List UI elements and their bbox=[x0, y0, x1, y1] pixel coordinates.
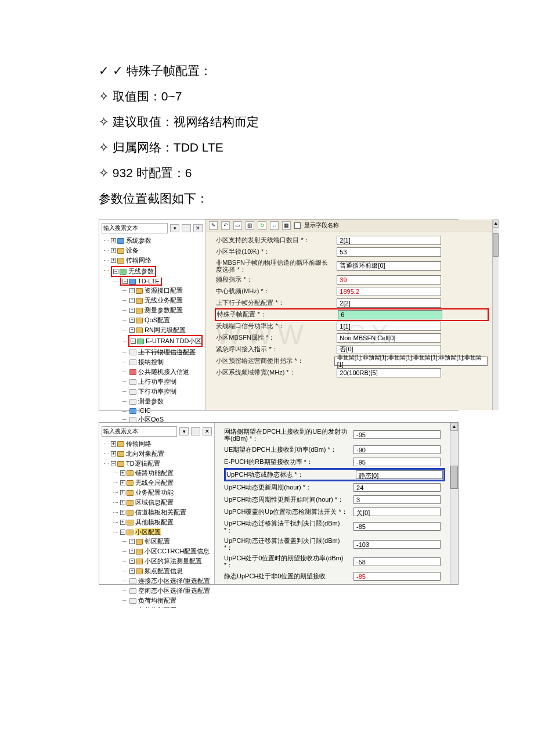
search-icon[interactable] bbox=[182, 224, 191, 232]
search-input[interactable]: 输入搜索文本 bbox=[102, 223, 168, 233]
s2-lab8: UpPCH动态迁移算法干扰判决门限(dBm) *： bbox=[224, 520, 349, 534]
val-reserve[interactable]: 非预留[1];非预留[1];非预留[1];非预留[1];非预留[1];非预留[1… bbox=[334, 357, 488, 366]
t2-freq[interactable]: 频点配置信息 bbox=[145, 567, 183, 574]
tree-wireless[interactable]: 无线参数 bbox=[128, 268, 154, 275]
t2-global[interactable]: 无线全局配置 bbox=[135, 479, 174, 486]
val-pwr[interactable]: 1[1] bbox=[337, 322, 441, 331]
s2-lab6: UpPCH动态周期性更新开始时间(hour) *： bbox=[224, 496, 349, 503]
dropdown-icon-2[interactable]: ▾ bbox=[179, 427, 189, 435]
s2-lab1: 网络侧期望在DPCH上接收到的UE的发射功率(dBm) *： bbox=[224, 428, 349, 442]
tree-panel-2: 输入搜索文本 ▾ ✕ +传输网络 +北向对象配置 −TD逻辑配置 +链路功能配置… bbox=[99, 423, 215, 584]
t2-tdlogic[interactable]: TD逻辑配置 bbox=[126, 460, 160, 467]
tb-undo-icon[interactable]: ↶ bbox=[221, 221, 230, 230]
val-ssf[interactable]: 6 bbox=[338, 310, 442, 319]
tree-meas2[interactable]: 测量参数 bbox=[138, 398, 164, 405]
doc-line-6: 参数位置截图如下： bbox=[99, 186, 459, 211]
s2-val9[interactable]: -103 bbox=[353, 540, 441, 549]
tree-service[interactable]: 无线业务配置 bbox=[145, 297, 183, 304]
t2-link[interactable]: 链路功能配置 bbox=[135, 469, 174, 476]
t2-cell[interactable]: 小区配置 bbox=[135, 528, 161, 535]
tb-find-icon[interactable]: ⌕ bbox=[270, 221, 279, 230]
s2-val7[interactable]: 关[0] bbox=[353, 507, 441, 516]
tree-rn[interactable]: RN网元级配置 bbox=[145, 326, 186, 333]
t2-algo[interactable]: 小区的算法测量配置 bbox=[145, 557, 202, 564]
s2-val5[interactable]: 24 bbox=[353, 483, 441, 492]
tb-copy-icon[interactable]: ▭ bbox=[233, 221, 242, 230]
scroll-up-icon[interactable]: ▲ bbox=[493, 219, 499, 228]
s2-lab11: 静态UpPCH处于非0位置的期望接收 bbox=[224, 572, 349, 581]
t2-other[interactable]: 其他模板配置 bbox=[135, 519, 174, 525]
tree-measure[interactable]: 测量参数配置 bbox=[145, 307, 183, 314]
s2-val11[interactable]: -85 bbox=[353, 572, 441, 581]
t2-loadctl[interactable]: 负荷控制配置 bbox=[138, 607, 176, 608]
val-emerg[interactable]: 否[0] bbox=[337, 345, 441, 354]
tree-tdlte[interactable]: TD-LTE bbox=[138, 278, 160, 285]
t2-transport[interactable]: 传输网络 bbox=[126, 440, 151, 447]
val-tx-ports[interactable]: 2[1] bbox=[337, 236, 441, 245]
val-freq[interactable]: 1895.2 bbox=[337, 287, 441, 296]
search-icon-2[interactable] bbox=[191, 427, 200, 435]
t2-svc[interactable]: 业务配置功能 bbox=[135, 489, 174, 496]
dropdown-icon[interactable]: ▾ bbox=[170, 224, 179, 232]
show-fieldname-checkbox[interactable] bbox=[294, 222, 301, 229]
tree-phy[interactable]: 上下行物理信道配置 bbox=[138, 348, 196, 355]
s2-lab3: E-PUCH的RB期望接收功率 *： bbox=[224, 458, 349, 466]
scroll-thumb-2[interactable] bbox=[450, 466, 458, 489]
t2-nbr[interactable]: 邻区配置 bbox=[145, 538, 170, 545]
doc-line-4: ✧ 归属网络：TDD LTE bbox=[99, 135, 459, 160]
scroll-up-icon-2[interactable]: ▲ bbox=[450, 423, 458, 431]
t2-area[interactable]: 区域信息配置 bbox=[135, 499, 174, 506]
clear-icon[interactable]: ✕ bbox=[193, 224, 203, 232]
form-panel: ✎ ↶ ▭ ▥ ↻ ⌕ ▦ 显示字段名称 小区支持的发射天线端口数目 *：2[1… bbox=[205, 219, 492, 410]
tree-eutran[interactable]: E-UTRAN TDD小区 bbox=[146, 337, 201, 344]
tb-grid-icon[interactable]: ▦ bbox=[282, 221, 291, 230]
tree-transport[interactable]: 传输网络 bbox=[126, 257, 151, 264]
s2-val6[interactable]: 3 bbox=[353, 495, 441, 504]
s2-val8[interactable]: -85 bbox=[353, 522, 441, 531]
tree-admit[interactable]: 接纳控制 bbox=[138, 358, 164, 365]
s2-val3[interactable]: -95 bbox=[353, 458, 441, 466]
t2-load[interactable]: 负荷均衡配置 bbox=[138, 597, 176, 604]
s2-lab4: UpPCH动态或静态标志 *： bbox=[226, 470, 351, 479]
val-sf[interactable]: 2[2] bbox=[337, 298, 441, 308]
tree-icic[interactable]: ICIC bbox=[138, 407, 151, 414]
screenshot-2: 输入搜索文本 ▾ ✕ +传输网络 +北向对象配置 −TD逻辑配置 +链路功能配置… bbox=[99, 422, 459, 585]
tree-resource[interactable]: 资源接口配置 bbox=[145, 287, 183, 294]
s2-val2[interactable]: -90 bbox=[353, 445, 441, 454]
t2-chan[interactable]: 信道模板相关配置 bbox=[135, 509, 186, 516]
val-mbsfn[interactable]: Non MBSFN Cell[0] bbox=[337, 333, 441, 343]
s2-lab7: UpPCH覆盖的Up位置动态检测算法开关 *： bbox=[224, 508, 349, 515]
tree-qos[interactable]: QoS配置 bbox=[145, 316, 170, 323]
tb-refresh-icon[interactable]: ↻ bbox=[258, 221, 266, 230]
s2-val1[interactable]: -95 bbox=[353, 430, 441, 439]
t2-cctrch[interactable]: 小区CCTRCH配置信息 bbox=[145, 548, 210, 555]
show-fieldname-label: 显示字段名称 bbox=[304, 221, 339, 229]
val-radius[interactable]: 53 bbox=[337, 247, 441, 257]
val-band[interactable]: 39 bbox=[337, 275, 441, 285]
tree-ulpc[interactable]: 上行功率控制 bbox=[138, 378, 176, 385]
clear-icon-2[interactable]: ✕ bbox=[203, 427, 212, 435]
lab-sf: 上下行子帧分配配置 *： bbox=[216, 298, 332, 307]
tree-dlpc[interactable]: 下行功率控制 bbox=[138, 388, 176, 395]
t2-north[interactable]: 北向对象配置 bbox=[126, 450, 164, 457]
tb-edit-icon[interactable]: ✎ bbox=[209, 221, 218, 230]
doc-line-3: ✧ 建议取值：视网络结构而定 bbox=[99, 109, 459, 135]
tree-rach[interactable]: 公共随机接入信道 bbox=[138, 368, 189, 375]
t2-idle[interactable]: 空闲态小区选择/重选配置 bbox=[138, 587, 210, 594]
tree-sys-params[interactable]: 系统参数 bbox=[126, 237, 151, 244]
form-toolbar: ✎ ↶ ▭ ▥ ↻ ⌕ ▦ 显示字段名称 bbox=[205, 219, 492, 232]
s2-val4[interactable]: 静态[0] bbox=[356, 470, 443, 479]
tree-device[interactable]: 设备 bbox=[126, 247, 139, 254]
val-cp[interactable]: 普通循环前缀[0] bbox=[337, 261, 441, 271]
scrollbar-v-2[interactable]: ▲ bbox=[450, 423, 458, 584]
val-bw[interactable]: 20(100RB)[5] bbox=[337, 368, 441, 377]
search-input-2[interactable]: 输入搜索文本 bbox=[102, 426, 177, 437]
t2-conn[interactable]: 连接态小区选择/重选配置 bbox=[138, 577, 210, 584]
s2-lab9: UpPCH动态迁移算法覆盖判决门限(dBm) *： bbox=[224, 537, 349, 551]
nav-tree[interactable]: +系统参数 +设备 +传输网络 −无线参数 −TD-LTE +资源接口配置 +无… bbox=[102, 236, 203, 434]
nav-tree-2[interactable]: +传输网络 +北向对象配置 −TD逻辑配置 +链路功能配置 +无线全局配置 +业… bbox=[102, 439, 212, 608]
s2-val10[interactable]: -58 bbox=[353, 557, 441, 566]
scroll-thumb[interactable] bbox=[493, 233, 499, 257]
scrollbar-v[interactable]: ▲ bbox=[492, 219, 499, 410]
tb-paste-icon[interactable]: ▥ bbox=[246, 221, 254, 230]
